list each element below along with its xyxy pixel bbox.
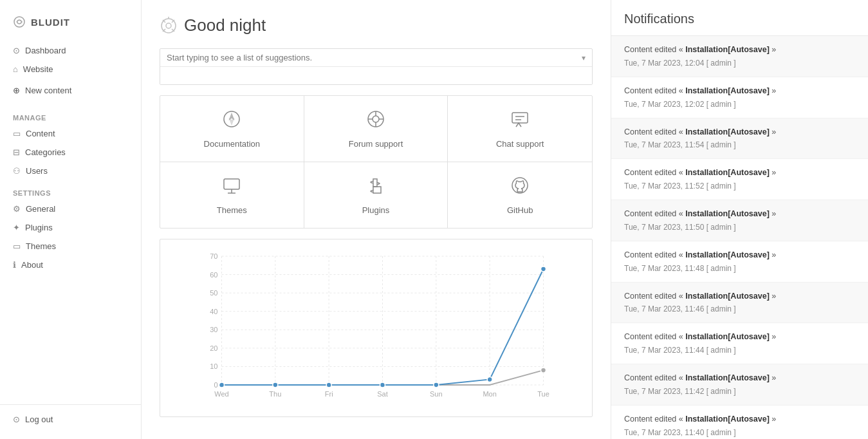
sidebar-item-content[interactable]: ▭ Content	[0, 124, 141, 143]
quick-link-label: Plugins	[362, 205, 390, 215]
notification-text: Content edited « Installation[Autosave] …	[624, 372, 855, 384]
puzzle-icon	[365, 175, 386, 199]
svg-text:Sat: Sat	[377, 390, 388, 398]
sidebar-item-general[interactable]: ⚙ General	[0, 200, 141, 218]
svg-point-56	[541, 368, 546, 373]
notification-meta: Tue, 7 Mar 2023, 12:04 [ admin ]	[624, 57, 855, 69]
svg-text:0: 0	[214, 381, 217, 389]
notification-meta: Tue, 7 Mar 2023, 11:50 [ admin ]	[624, 221, 855, 233]
svg-text:Tue: Tue	[537, 390, 549, 398]
notification-text: Content edited « Installation[Autosave] …	[624, 249, 855, 261]
users-icon: ⚇	[13, 166, 21, 176]
svg-text:Sun: Sun	[430, 390, 443, 398]
svg-point-2	[166, 23, 171, 28]
notifications-panel: Notifications Content edited « Installat…	[611, 0, 868, 439]
notification-meta: Tue, 7 Mar 2023, 11:44 [ admin ]	[624, 344, 855, 356]
notification-item: Content edited « Installation[Autosave] …	[611, 159, 868, 200]
notification-item: Content edited « Installation[Autosave] …	[611, 364, 868, 406]
quick-link-plugins[interactable]: Plugins	[304, 162, 448, 228]
svg-text:Fri: Fri	[325, 390, 333, 398]
quick-link-themes[interactable]: Themes	[160, 162, 304, 228]
svg-text:60: 60	[210, 271, 217, 279]
dashboard-icon: ⊙	[13, 46, 20, 55]
notification-item: Content edited « Installation[Autosave] …	[611, 200, 868, 241]
quick-link-label: Documentation	[204, 139, 260, 149]
sidebar-item-plugins[interactable]: ✦ Plugins	[0, 218, 141, 237]
notification-meta: Tue, 7 Mar 2023, 11:48 [ admin ]	[624, 263, 855, 274]
search-bar: ▾	[160, 49, 592, 67]
notification-text: Content edited « Installation[Autosave] …	[624, 126, 855, 138]
svg-point-0	[14, 17, 24, 27]
app-logo: BLUDIT	[0, 10, 141, 41]
search-text-input[interactable]	[160, 67, 592, 84]
sidebar-item-new-content[interactable]: ⊕ New content	[0, 81, 141, 100]
svg-point-50	[273, 382, 278, 388]
sidebar-item-logout[interactable]: ⊙ Log out	[0, 410, 141, 429]
notification-meta: Tue, 7 Mar 2023, 11:54 [ admin ]	[624, 139, 855, 151]
quick-link-label: Chat support	[496, 139, 544, 149]
notification-meta: Tue, 7 Mar 2023, 12:02 [ admin ]	[624, 98, 855, 110]
logout-icon: ⊙	[13, 415, 20, 424]
sidebar-item-dashboard[interactable]: ⊙ Dashboard	[0, 41, 141, 60]
categories-icon: ⊟	[13, 147, 20, 157]
visits-chart: 010203040506070WedThuFriSatSunMonTue	[171, 250, 582, 404]
notification-item: Content edited « Installation[Autosave] …	[611, 323, 868, 364]
notifications-title: Notifications	[611, 0, 868, 36]
sidebar-item-themes[interactable]: ▭ Themes	[0, 237, 141, 256]
website-icon: ⌂	[13, 64, 18, 74]
github-icon	[510, 175, 530, 199]
svg-rect-12	[512, 113, 528, 123]
notification-text: Content edited « Installation[Autosave] …	[624, 331, 855, 343]
svg-point-7	[373, 116, 379, 122]
sidebar-item-categories[interactable]: ⊟ Categories	[0, 143, 141, 162]
quick-link-label: Themes	[217, 205, 247, 215]
chart-container: 010203040506070WedThuFriSatSunMonTue	[160, 239, 593, 417]
sidebar: BLUDIT ⊙ Dashboard ⌂ Website ⊕ New conte…	[0, 0, 142, 439]
monitor-icon	[221, 175, 242, 199]
notification-item: Content edited « Installation[Autosave] …	[611, 118, 868, 160]
quick-link-forum-support[interactable]: Forum support	[304, 96, 448, 162]
notification-item: Content edited « Installation[Autosave] …	[611, 283, 868, 324]
chevron-down-icon: ▾	[582, 53, 586, 62]
quick-link-label: Forum support	[349, 139, 403, 149]
notification-item: Content edited « Installation[Autosave] …	[611, 241, 868, 283]
sidebar-item-about[interactable]: ℹ About	[0, 256, 141, 274]
notification-text: Content edited « Installation[Autosave] …	[624, 44, 855, 56]
quick-link-label: GitHub	[507, 205, 533, 215]
svg-text:10: 10	[210, 362, 217, 370]
notification-meta: Tue, 7 Mar 2023, 11:52 [ admin ]	[624, 180, 855, 192]
sidebar-item-users[interactable]: ⚇ Users	[0, 162, 141, 180]
notification-item: Content edited « Installation[Autosave] …	[611, 406, 868, 439]
svg-marker-4	[230, 114, 234, 119]
main-content: Good night ▾ Documentation Forum support…	[142, 0, 611, 439]
plugins-icon: ✦	[13, 223, 20, 232]
notification-text: Content edited « Installation[Autosave] …	[624, 290, 855, 303]
chat-icon	[510, 109, 530, 133]
notification-text: Content edited « Installation[Autosave] …	[624, 208, 855, 220]
svg-text:30: 30	[210, 326, 217, 333]
quick-link-documentation[interactable]: Documentation	[160, 96, 304, 162]
quick-link-github[interactable]: GitHub	[448, 162, 592, 228]
svg-point-18	[512, 178, 528, 193]
about-icon: ℹ	[13, 260, 16, 270]
svg-marker-5	[230, 119, 234, 124]
svg-text:Mon: Mon	[483, 390, 496, 398]
notification-text: Content edited « Installation[Autosave] …	[624, 85, 855, 97]
new-content-icon: ⊕	[13, 86, 20, 95]
notification-meta: Tue, 7 Mar 2023, 11:40 [ admin ]	[624, 427, 855, 438]
quick-link-chat-support[interactable]: Chat support	[448, 96, 592, 162]
general-icon: ⚙	[13, 204, 21, 214]
svg-point-53	[434, 382, 439, 388]
sidebar-item-website[interactable]: ⌂ Website	[0, 60, 141, 79]
svg-rect-15	[224, 179, 239, 189]
notification-item: Content edited « Installation[Autosave] …	[611, 36, 868, 77]
notification-text: Content edited « Installation[Autosave] …	[624, 413, 855, 425]
page-title: Good night	[160, 15, 593, 35]
greeting-icon	[160, 17, 178, 35]
content-icon: ▭	[13, 129, 21, 138]
notification-meta: Tue, 7 Mar 2023, 11:42 [ admin ]	[624, 386, 855, 397]
quick-links-grid: Documentation Forum support Chat support…	[160, 95, 593, 229]
search-dropdown-input[interactable]	[167, 53, 582, 62]
notification-item: Content edited « Installation[Autosave] …	[611, 77, 868, 118]
svg-point-51	[326, 382, 331, 388]
